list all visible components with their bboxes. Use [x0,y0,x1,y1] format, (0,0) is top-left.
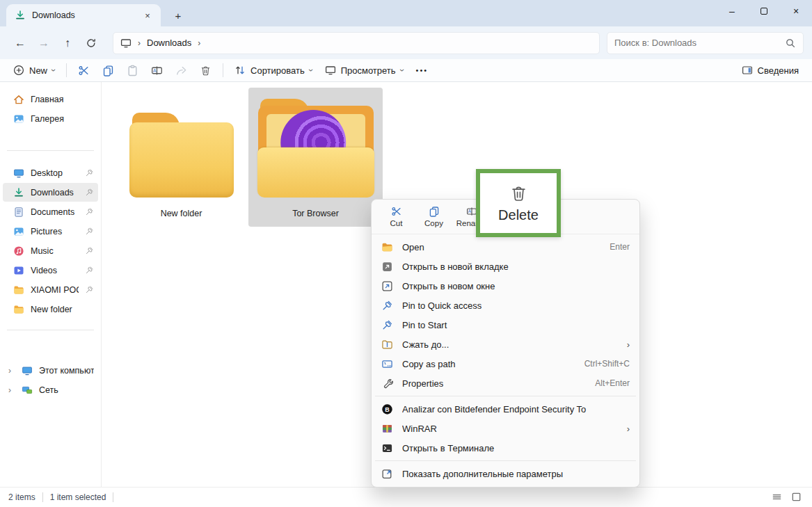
menu-item-open-new-window[interactable]: Открыть в новом окне [374,276,637,296]
breadcrumb-chevron-icon[interactable]: › [138,38,141,48]
zip-folder-icon [381,339,393,351]
chevron-down-icon: › [398,69,406,72]
copy-path-icon [381,358,393,370]
sidebar-item-desktop[interactable]: Desktop [3,163,98,182]
menu-item-copy-as-path[interactable]: Copy as path Ctrl+Shift+C [374,354,637,373]
minimize-button[interactable]: – [716,0,748,22]
sidebar-item-downloads[interactable]: Downloads [3,183,98,202]
menu-item-open-terminal[interactable]: Открыть в Терминале [374,438,637,458]
file-tile-label: Tor Browser [292,209,339,218]
tab-downloads[interactable]: Downloads × [6,4,161,26]
this-pc-icon[interactable] [120,38,132,49]
delete-button[interactable] [193,61,218,80]
menu-item-compress[interactable]: Сжать до... › [374,335,637,354]
breadcrumb[interactable]: Downloads [147,38,191,48]
copy-icon [429,206,440,217]
details-view-toggle[interactable] [770,490,784,504]
close-button[interactable]: × [780,0,812,22]
sidebar-item-gallery[interactable]: Галерея [3,109,98,128]
tab-close-icon[interactable]: × [141,10,154,21]
sidebar-item-label: Главная [31,95,94,104]
menu-item-label: Открыть в новом окне [402,281,630,291]
sidebar-item-music[interactable]: Music [3,241,98,260]
menu-item-properties[interactable]: Properties Alt+Enter [374,373,637,393]
quick-action-cut[interactable]: Cut [380,202,413,232]
chevron-down-icon: › [49,69,58,72]
search-input[interactable]: Поиск в: Downloads [607,32,804,54]
expand-chevron-icon[interactable]: › [8,385,15,395]
sort-button[interactable]: Сортировать › [228,61,319,80]
tab-bar: Downloads × + – × [0,0,812,26]
view-button-label: Просмотреть [341,65,396,76]
file-tile-tor-browser[interactable]: Tor Browser [248,88,383,227]
sidebar-item-new-folder[interactable]: New folder [3,300,98,319]
pin-icon [85,168,94,177]
menu-item-winrar[interactable]: WinRAR › [374,419,637,438]
details-button-label: Сведения [758,65,799,76]
menu-item-label: Показать дополнительные параметры [402,469,630,479]
search-icon[interactable] [785,38,796,49]
menu-item-bitdefender[interactable]: B Analizar con Bitdefender Endpoint Secu… [374,399,637,419]
menu-item-open[interactable]: Open Enter [374,237,637,257]
delete-annotation-label[interactable]: Delete [498,207,539,223]
sidebar-item-label: Этот компьютер [39,366,94,376]
folder-icon [129,113,234,198]
new-tab-button[interactable]: + [168,6,189,24]
menu-item-label: WinRAR [402,424,614,434]
menu-item-open-new-tab[interactable]: Открыть в новой вкладке [374,257,637,276]
menu-item-label: Pin to Quick access [402,300,630,311]
sidebar-item-pictures[interactable]: Pictures [3,222,98,241]
trash-icon[interactable] [509,183,528,204]
sort-button-label: Сортировать [250,65,305,76]
new-button[interactable]: New › [7,61,61,80]
download-icon [13,187,24,198]
share-icon [175,65,187,77]
menu-item-label: Сжать до... [402,339,614,350]
forward-button[interactable]: → [32,32,56,54]
navigation-bar: ← → ↑ › Downloads › Поиск в: Downloads [0,26,812,59]
sidebar-item-this-pc[interactable]: › Этот компьютер [4,361,98,380]
copy-button[interactable] [96,61,120,80]
sidebar-item-network[interactable]: › Сеть [4,380,98,399]
quick-action-label: Copy [424,219,443,227]
menu-item-show-more-options[interactable]: Показать дополнительные параметры [374,464,637,483]
menu-item-pin-quick-access[interactable]: Pin to Quick access [374,296,637,315]
rename-button[interactable]: A [145,61,169,80]
breadcrumb-chevron-icon[interactable]: › [198,38,200,48]
address-bar[interactable]: › Downloads › [113,32,600,54]
paste-button[interactable] [120,61,145,80]
refresh-button[interactable] [79,32,103,54]
selection-count: 1 item selected [50,492,106,502]
maximize-button[interactable] [748,0,780,22]
expand-chevron-icon[interactable]: › [8,366,15,376]
sidebar-divider [7,330,94,330]
menu-item-pin-start[interactable]: Pin to Start [374,315,637,335]
toolbar-divider [66,63,67,77]
up-button[interactable]: ↑ [56,32,79,54]
sidebar-item-documents[interactable]: Documents [3,202,98,221]
file-tile-new-folder[interactable]: New folder [114,88,248,227]
new-button-label: New [29,65,47,76]
gallery-icon [13,113,24,124]
back-button[interactable]: ← [8,32,32,54]
svg-text:B: B [385,405,390,412]
pin-blue-icon [381,300,393,312]
quick-action-label: Cut [390,219,403,227]
large-icons-view-icon [791,492,802,503]
icons-view-toggle[interactable] [790,490,804,504]
sidebar-item-xiaomi[interactable]: XIAOMI POCO F [3,280,98,299]
sidebar-item-videos[interactable]: Videos [3,261,98,280]
status-divider [42,492,43,502]
view-button[interactable]: Просмотреть › [319,61,410,80]
sidebar-item-home[interactable]: Главная [3,90,98,108]
menu-separator [375,460,636,461]
cut-button[interactable] [72,61,96,80]
maximize-icon [761,8,767,15]
quick-action-copy[interactable]: Copy [417,202,450,232]
menu-item-shortcut: Ctrl+Shift+C [584,359,630,369]
copy-icon [102,65,114,77]
delete-highlight-annotation: Delete [476,169,561,237]
details-pane-button[interactable]: Сведения [735,61,805,80]
share-button[interactable] [169,61,193,80]
more-options-button[interactable]: ••• [410,61,435,80]
